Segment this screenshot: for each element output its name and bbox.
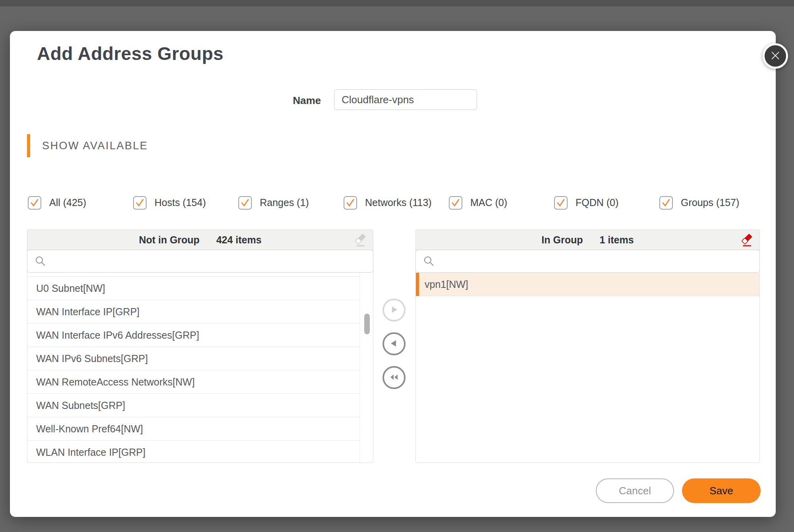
list-item[interactable]: WAN RemoteAccess Networks[NW] bbox=[27, 370, 359, 394]
filter-label: Ranges (1) bbox=[260, 196, 309, 209]
filter-checkbox-item[interactable]: Groups (157) bbox=[659, 184, 765, 222]
eraser-red-icon bbox=[740, 243, 754, 249]
filter-checkbox-item[interactable]: Ranges (1) bbox=[238, 184, 344, 222]
not-in-group-search bbox=[27, 250, 373, 273]
in-group-list: vpn1[NW] bbox=[416, 273, 759, 463]
section-heading: SHOW AVAILABLE bbox=[42, 140, 148, 152]
list-item[interactable]: U0 Subnet[NW] bbox=[27, 277, 359, 300]
in-group-search bbox=[415, 250, 760, 273]
page-title: Add Address Groups bbox=[37, 43, 224, 64]
checkbox-checked-icon bbox=[28, 196, 41, 210]
clear-group-button[interactable] bbox=[740, 232, 754, 247]
list-item-label: Well-Known Pref64[NW] bbox=[36, 423, 143, 435]
show-available-section: SHOW AVAILABLE bbox=[27, 134, 148, 157]
filter-label: MAC (0) bbox=[470, 196, 507, 209]
transfer-controls bbox=[383, 299, 406, 389]
move-all-left-button[interactable] bbox=[383, 366, 406, 389]
list-item-label: WLAN Interface IP[GRP] bbox=[36, 447, 145, 458]
scrolled-row-sliver bbox=[27, 273, 359, 277]
filter-label: Networks (113) bbox=[365, 196, 432, 209]
filter-checkbox-item[interactable]: All (425) bbox=[28, 184, 133, 222]
filter-label: Hosts (154) bbox=[155, 196, 206, 209]
filter-checkbox-item[interactable]: Hosts (154) bbox=[133, 184, 238, 222]
double-arrow-left-icon bbox=[388, 372, 400, 384]
checkbox-checked-icon bbox=[344, 196, 357, 210]
list-item[interactable]: WAN Interface IPv6 Addresses[GRP] bbox=[27, 324, 359, 347]
list-item-label: U0 Subnet[NW] bbox=[36, 283, 105, 294]
checkbox-checked-icon bbox=[449, 196, 462, 210]
list-item-label: vpn1[NW] bbox=[425, 279, 468, 290]
cancel-button[interactable]: Cancel bbox=[596, 478, 674, 503]
list-item[interactable]: WLAN Interface IP[GRP] bbox=[27, 441, 359, 463]
not-in-group-panel: Not in Group 424 items bbox=[27, 229, 373, 463]
filter-checkbox-item[interactable]: Networks (113) bbox=[344, 184, 449, 222]
list-item[interactable]: WAN IPv6 Subnets[GRP] bbox=[27, 347, 359, 370]
checkbox-checked-icon bbox=[554, 196, 568, 210]
checkbox-checked-icon bbox=[238, 196, 252, 210]
not-in-group-count: 424 items bbox=[216, 234, 261, 246]
in-group-search-input[interactable] bbox=[439, 250, 755, 273]
filter-label: All (425) bbox=[49, 196, 86, 209]
in-group-title: In Group bbox=[541, 234, 583, 246]
list-item-label: WAN Interface IPv6 Addresses[GRP] bbox=[36, 330, 199, 341]
move-left-button[interactable] bbox=[383, 332, 406, 355]
arrow-left-icon bbox=[388, 338, 400, 350]
list-item-label: WAN Subnets[GRP] bbox=[36, 400, 125, 411]
name-input[interactable] bbox=[334, 89, 477, 110]
list-item-label: WAN IPv6 Subnets[GRP] bbox=[36, 353, 148, 364]
save-button[interactable]: Save bbox=[682, 478, 761, 503]
filter-checkbox-item[interactable]: FQDN (0) bbox=[554, 184, 659, 222]
selected-list-item[interactable]: vpn1[NW] bbox=[416, 273, 759, 296]
move-right-button[interactable] bbox=[383, 299, 406, 322]
not-in-group-list: U0 Subnet[NW] WAN Interface IP[GRP] WAN … bbox=[27, 273, 373, 463]
in-group-panel: In Group 1 items bbox=[415, 229, 760, 463]
search-icon bbox=[423, 255, 435, 269]
clear-selection-button[interactable] bbox=[353, 232, 367, 247]
checkbox-checked-icon bbox=[659, 196, 673, 210]
in-group-count: 1 items bbox=[599, 234, 634, 246]
type-filter-row: All (425) Hosts (154) Ranges (1) bbox=[28, 184, 775, 222]
not-in-group-search-input[interactable] bbox=[50, 250, 369, 273]
eraser-icon bbox=[353, 243, 367, 249]
checkbox-checked-icon bbox=[133, 196, 147, 210]
list-item[interactable]: WAN Interface IP[GRP] bbox=[27, 300, 359, 324]
close-icon bbox=[770, 50, 780, 62]
arrow-right-icon bbox=[388, 304, 400, 316]
name-label: Name bbox=[232, 94, 321, 107]
filter-checkbox-item[interactable]: MAC (0) bbox=[449, 184, 554, 222]
accent-bar bbox=[27, 134, 30, 157]
filter-label: FQDN (0) bbox=[576, 196, 618, 209]
list-item-label: WAN RemoteAccess Networks[NW] bbox=[36, 376, 195, 388]
list-item-label: WAN Interface IP[GRP] bbox=[36, 306, 139, 318]
list-item[interactable]: WAN Subnets[GRP] bbox=[27, 394, 359, 417]
add-address-groups-dialog: Add Address Groups Name SHOW AVAILABLE A… bbox=[10, 31, 776, 517]
filter-label: Groups (157) bbox=[681, 196, 739, 209]
scrollbar-track[interactable] bbox=[359, 273, 373, 463]
list-item[interactable]: Well-Known Pref64[NW] bbox=[27, 417, 359, 441]
not-in-group-header: Not in Group 424 items bbox=[27, 230, 373, 250]
scrollbar-thumb[interactable] bbox=[364, 314, 370, 334]
search-icon bbox=[35, 255, 46, 269]
not-in-group-title: Not in Group bbox=[139, 234, 200, 246]
screen-overlay: Add Address Groups Name SHOW AVAILABLE A… bbox=[0, 0, 794, 532]
close-button[interactable] bbox=[763, 43, 788, 69]
in-group-header: In Group 1 items bbox=[416, 230, 759, 250]
